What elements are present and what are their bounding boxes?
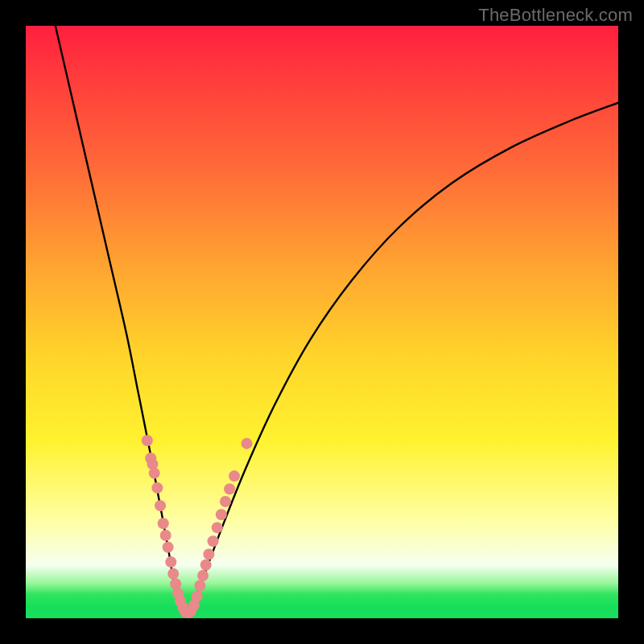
scatter-dot [242, 438, 253, 449]
scatter-dot [151, 482, 163, 493]
curve-layer [56, 26, 618, 615]
scatter-dot [229, 470, 240, 481]
scatter-dot [220, 496, 231, 507]
scatter-dot [197, 570, 208, 581]
scatter-dot [212, 522, 223, 533]
scatter-dot [192, 591, 203, 602]
scatter-dot [170, 578, 181, 589]
watermark-text: TheBottleneck.com [478, 5, 633, 26]
scatter-dot [208, 535, 219, 547]
scatter-dot [194, 580, 205, 592]
scatter-dot [160, 530, 171, 541]
chart-svg [26, 26, 618, 618]
scatter-dot [203, 549, 214, 560]
scatter-dot [142, 435, 153, 446]
scatter-dot [167, 568, 179, 580]
scatter-dot [216, 509, 227, 520]
scatter-dot [163, 542, 174, 553]
scatter-dot [200, 559, 212, 571]
scatter-dot [224, 484, 235, 495]
scatter-dot [158, 518, 169, 529]
scatter-dot [155, 500, 166, 511]
plot-area [26, 26, 618, 618]
scatter-dot [165, 556, 176, 568]
bottleneck-curve [56, 26, 618, 615]
scatter-dots [142, 435, 253, 617]
scatter-dot [149, 468, 160, 479]
chart-frame: TheBottleneck.com [0, 0, 644, 644]
